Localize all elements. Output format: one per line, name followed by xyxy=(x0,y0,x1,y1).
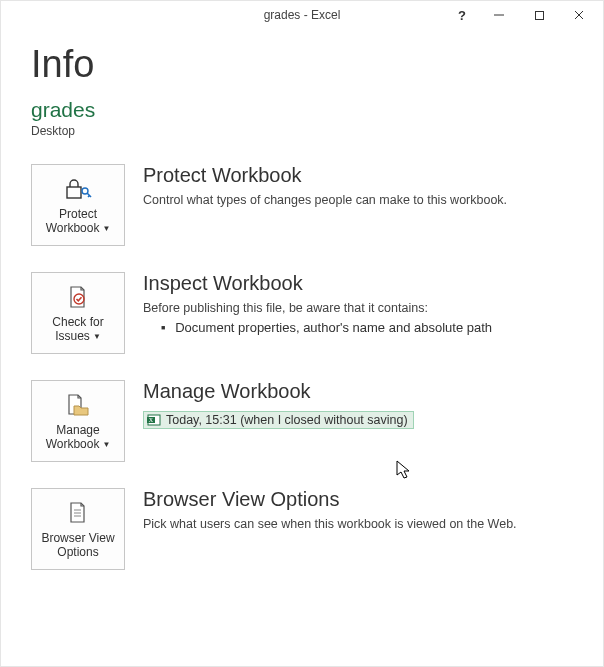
close-icon xyxy=(573,9,585,21)
document-name: grades xyxy=(31,98,573,122)
chevron-down-icon: ▼ xyxy=(102,440,110,449)
svg-rect-1 xyxy=(535,11,543,19)
excel-file-icon: X xyxy=(147,413,161,427)
close-button[interactable] xyxy=(559,3,599,27)
page-title: Info xyxy=(31,43,573,86)
minimize-button[interactable] xyxy=(479,3,519,27)
inspect-bullet: Document properties, author's name and a… xyxy=(161,320,573,335)
svg-text:X: X xyxy=(149,417,154,423)
protect-desc: Control what types of changes people can… xyxy=(143,191,573,210)
section-browser-view: Browser View Options Browser View Option… xyxy=(31,488,573,570)
document-path: Desktop xyxy=(31,124,573,138)
browser-title: Browser View Options xyxy=(143,488,573,511)
section-manage: Manage Workbook▼ Manage Workbook X Today… xyxy=(31,380,573,462)
section-inspect: Check for Issues▼ Inspect Workbook Befor… xyxy=(31,272,573,354)
chevron-down-icon: ▼ xyxy=(93,332,101,341)
autosave-version-item[interactable]: X Today, 15:31 (when I closed without sa… xyxy=(143,411,414,429)
help-button[interactable]: ? xyxy=(445,3,479,27)
protect-workbook-button[interactable]: Protect Workbook▼ xyxy=(31,164,125,246)
lock-key-icon xyxy=(64,175,92,203)
check-for-issues-button[interactable]: Check for Issues▼ xyxy=(31,272,125,354)
manage-title: Manage Workbook xyxy=(143,380,573,403)
title-bar: grades - Excel ? xyxy=(1,1,603,29)
maximize-button[interactable] xyxy=(519,3,559,27)
tile-label: Protect Workbook xyxy=(46,207,100,235)
tile-label: Manage Workbook xyxy=(46,423,100,451)
inspect-desc: Before publishing this file, be aware th… xyxy=(143,299,573,318)
section-protect: Protect Workbook▼ Protect Workbook Contr… xyxy=(31,164,573,246)
browser-desc: Pick what users can see when this workbo… xyxy=(143,515,573,534)
svg-line-7 xyxy=(88,195,90,197)
document-browser-icon xyxy=(66,499,90,527)
manage-workbook-button[interactable]: Manage Workbook▼ xyxy=(31,380,125,462)
protect-title: Protect Workbook xyxy=(143,164,573,187)
minimize-icon xyxy=(493,9,505,21)
document-check-icon xyxy=(66,283,90,311)
svg-rect-4 xyxy=(67,187,81,198)
document-folder-icon xyxy=(65,391,91,419)
inspect-title: Inspect Workbook xyxy=(143,272,573,295)
backstage-content: Info grades Desktop Protect Workbook▼ Pr… xyxy=(1,29,603,600)
browser-view-options-button[interactable]: Browser View Options xyxy=(31,488,125,570)
chevron-down-icon: ▼ xyxy=(102,224,110,233)
version-label: Today, 15:31 (when I closed without savi… xyxy=(166,413,408,427)
maximize-icon xyxy=(534,10,545,21)
tile-label: Browser View Options xyxy=(41,531,114,559)
